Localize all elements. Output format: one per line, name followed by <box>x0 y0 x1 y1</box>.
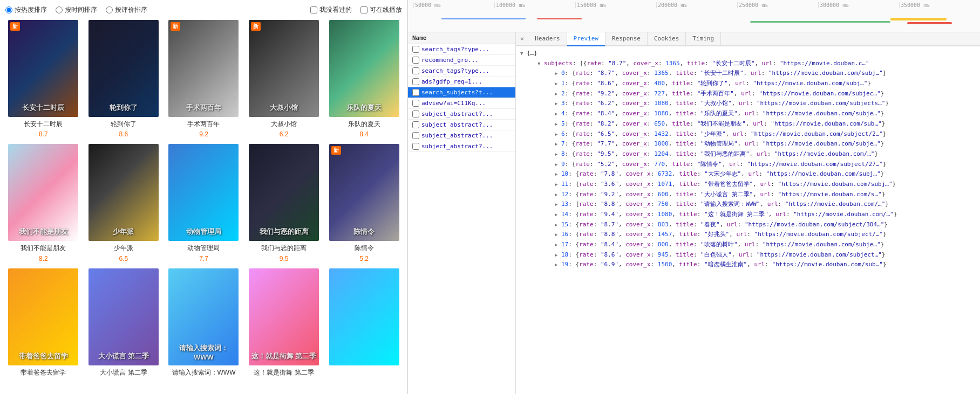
movie-info: 请输入搜索词：WWW <box>172 368 236 378</box>
movie-thumbnail: 我们不能是朋友 <box>8 144 78 241</box>
json-item-row: 7: {rate: "7.7", cover_x: 1000, title: "… <box>520 139 963 149</box>
movie-rate: 8.2 <box>21 254 66 264</box>
network-name-item[interactable]: subject_abstract?... <box>408 141 515 152</box>
sort-by-rating[interactable]: 按评价排序 <box>106 5 147 15</box>
item-expand-icon[interactable] <box>555 260 561 270</box>
timeline-mark: 300000 ms <box>818 2 899 8</box>
new-badge: 新 <box>331 146 341 155</box>
movie-card[interactable]: 动物管理局动物管理局7.7 <box>166 144 242 264</box>
movie-title: 动物管理局 <box>187 243 220 253</box>
movie-title: 带着爸爸去留学 <box>21 368 66 378</box>
timeline-ruler: 50000 ms100000 ms150000 ms200000 ms25000… <box>408 2 980 8</box>
tab-cookies[interactable]: Cookies <box>648 32 686 45</box>
json-root: {…} <box>520 49 963 59</box>
movie-info: 这！就是街舞 第二季 <box>254 368 314 378</box>
item-expand-icon[interactable] <box>555 230 561 240</box>
item-expand-icon[interactable] <box>555 89 561 99</box>
movie-info: 陈情令5.2 <box>355 243 374 264</box>
movie-rate: 9.5 <box>261 254 307 264</box>
json-item-row: 8: {rate: "9.5", cover_x: 1204, title: "… <box>520 149 963 160</box>
tab-headers[interactable]: Headers <box>528 32 567 45</box>
network-name-item[interactable]: search_subjects?t... <box>408 87 515 98</box>
movie-card[interactable]: 我们不能是朋友我们不能是朋友8.2 <box>5 144 81 264</box>
item-expand-icon[interactable] <box>555 68 561 79</box>
movie-title: 轮到你了 <box>111 119 137 129</box>
movie-thumbnail: 新陈情令 <box>329 144 399 241</box>
detail-tabs: ×HeadersPreviewResponseCookiesTiming <box>516 32 980 46</box>
network-item-name: search_tags?type... <box>421 46 489 53</box>
preview-content: {…}subjects: [{rate: "8.7", cover_x: 136… <box>516 46 980 394</box>
item-expand-icon[interactable] <box>555 210 561 220</box>
json-item-row: 1: {rate: "8.6", cover_x: 400, title: "轮… <box>520 79 963 89</box>
network-item-name: search_tags?type... <box>421 67 489 74</box>
sort-by-time[interactable]: 按时间排序 <box>56 5 97 15</box>
item-expand-icon[interactable] <box>555 109 561 119</box>
network-name-item[interactable]: search_tags?type... <box>408 66 515 77</box>
filter-not-watched[interactable]: 我没看过的 <box>310 5 352 15</box>
movie-card[interactable]: 少年派少年派6.5 <box>86 144 162 264</box>
item-expand-icon[interactable] <box>555 99 561 109</box>
poster-title: 少年派 <box>89 227 159 237</box>
poster-title: 轮到你了 <box>89 103 159 113</box>
json-item-row: 19: {rate: "6.9", cover_x: 1500, title: … <box>520 260 963 270</box>
movie-card[interactable]: 这！就是街舞 第二季这！就是街舞 第二季 <box>246 268 322 378</box>
item-expand-icon[interactable] <box>555 119 561 129</box>
item-expand-icon[interactable] <box>555 220 561 230</box>
filter-can-watch-online[interactable]: 可在线播放 <box>360 5 402 15</box>
tab-response[interactable]: Response <box>605 32 648 45</box>
movie-card[interactable]: 我们与恶的距离我们与恶的距离9.5 <box>246 144 322 264</box>
item-expand-icon[interactable] <box>555 240 561 250</box>
poster-title: 带着爸爸去留学 <box>8 351 78 361</box>
network-name-item[interactable]: ads?gdfp_req=1... <box>408 77 515 87</box>
item-expand-icon[interactable] <box>555 199 561 210</box>
json-item-row: 0: {rate: "8.7", cover_x: 1365, title: "… <box>520 68 963 79</box>
movie-thumbnail: 新长安十二时辰 <box>8 20 78 117</box>
item-expand-icon[interactable] <box>555 179 561 190</box>
item-expand-icon[interactable] <box>555 149 561 160</box>
movie-thumbnail: 我们与恶的距离 <box>249 144 319 241</box>
movie-thumbnail <box>329 268 399 365</box>
sort-by-popularity[interactable]: 按热度排序 <box>5 5 47 15</box>
json-item-row: 16: {rate: "8.8", cover_x: 1457, title: … <box>520 230 963 240</box>
network-name-list: Name search_tags?type...recommend_gro...… <box>408 32 516 394</box>
network-name-item[interactable]: recommend_gro... <box>408 55 515 66</box>
json-item-row: 3: {rate: "6.2", cover_x: 1080, title: "… <box>520 99 963 109</box>
item-expand-icon[interactable] <box>555 169 561 179</box>
movie-card[interactable] <box>326 268 402 378</box>
movie-card[interactable]: 带着爸爸去留学带着爸爸去留学 <box>5 268 81 378</box>
movie-card[interactable]: 乐队的夏天乐队的夏天8.4 <box>326 20 402 140</box>
movie-card[interactable]: 新手术两百年手术两百年9.2 <box>166 20 242 140</box>
json-item-row: 9: {rate: "5.2", cover_x: 770, title: "陈… <box>520 160 963 170</box>
item-expand-icon[interactable] <box>555 160 561 170</box>
poster-title: 乐队的夏天 <box>329 103 399 113</box>
item-expand-icon[interactable] <box>555 250 561 260</box>
movie-card[interactable]: 新长安十二时辰长安十二时辰8.7 <box>5 20 81 140</box>
movie-card[interactable]: 新大叔小馆大叔小馆6.2 <box>246 20 322 140</box>
network-name-item[interactable]: subject_abstract?... <box>408 109 515 120</box>
poster-title: 陈情令 <box>329 227 399 237</box>
movie-card[interactable]: 新陈情令陈情令5.2 <box>326 144 402 264</box>
movie-thumbnail: 新手术两百年 <box>168 20 239 117</box>
movie-card[interactable]: 轮到你了轮到你了8.6 <box>86 20 162 140</box>
json-item-row: 2: {rate: "9.2", cover_x: 727, title: "手… <box>520 89 963 99</box>
close-detail-button[interactable]: × <box>516 32 528 45</box>
expand-icon[interactable] <box>520 49 527 59</box>
item-expand-icon[interactable] <box>555 190 561 200</box>
json-item-row: 15: {rate: "8.7", cover_x: 803, title: "… <box>520 220 963 230</box>
movie-card[interactable]: 请输入搜索词：WWW请输入搜索词：WWW <box>166 268 242 378</box>
item-expand-icon[interactable] <box>555 129 561 140</box>
network-name-item[interactable]: subject_abstract?... <box>408 120 515 130</box>
network-name-item[interactable]: adview?ai=C11Kq... <box>408 98 515 109</box>
network-name-item[interactable]: search_tags?type... <box>408 44 515 55</box>
tab-preview[interactable]: Preview <box>567 32 605 46</box>
network-name-item[interactable]: subject_abstract?... <box>408 130 515 141</box>
movie-card[interactable]: 大小谎言 第二季大小谎言 第二季 <box>86 268 162 378</box>
item-expand-icon[interactable] <box>555 139 561 149</box>
network-item-name: subject_abstract?... <box>421 143 493 150</box>
tab-timing[interactable]: Timing <box>686 32 721 45</box>
item-expand-icon[interactable] <box>555 79 561 89</box>
movie-thumbnail: 带着爸爸去留学 <box>8 268 78 365</box>
subjects-expand-icon[interactable] <box>537 59 544 69</box>
detail-area: ×HeadersPreviewResponseCookiesTiming {…}… <box>516 32 980 394</box>
movie-title: 大叔小馆 <box>271 119 297 129</box>
